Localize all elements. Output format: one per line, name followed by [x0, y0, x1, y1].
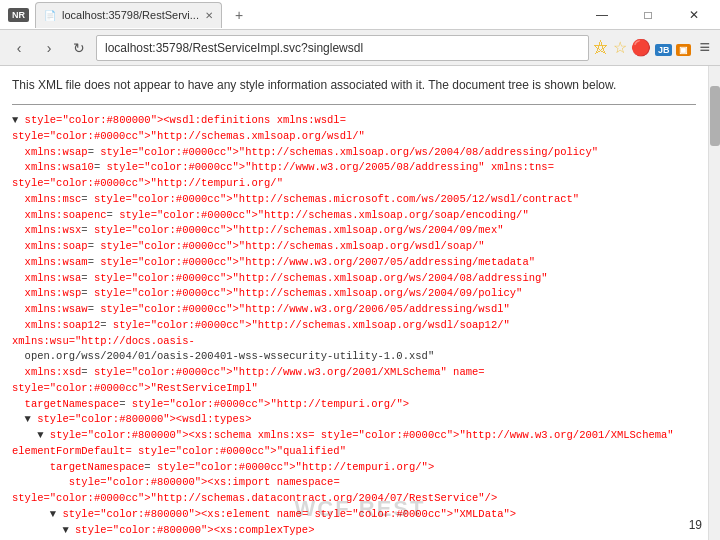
xml-line: xmlns:soap= style="color:#0000cc">"http:…	[12, 239, 696, 255]
toolbar-icons: ⛤ ☆ 🔴 JB ▣ ≡	[593, 35, 714, 60]
page-number: 19	[689, 518, 702, 532]
scrollbar[interactable]	[708, 66, 720, 540]
xml-line: targetNamespace= style="color:#0000cc">"…	[12, 397, 696, 413]
xml-line: xmlns:wsam= style="color:#0000cc">"http:…	[12, 255, 696, 271]
xml-content: ▼ style="color:#800000"><wsdl:definition…	[12, 113, 696, 540]
browser-tab[interactable]: 📄 localhost:35798/RestServi... ✕	[35, 2, 222, 28]
cookie-icon[interactable]: 🔴	[631, 38, 651, 57]
info-text: This XML file does not appear to have an…	[12, 76, 696, 94]
xml-line: ▼ style="color:#800000"><wsdl:types>	[12, 412, 696, 428]
jb-label: JB	[655, 44, 673, 56]
xml-line: ▼ style="color:#800000"><xs:element name…	[12, 507, 696, 523]
minimize-button[interactable]: —	[580, 0, 624, 30]
jb-icon[interactable]: JB	[655, 39, 673, 57]
xml-line: xmlns:soap12= style="color:#0000cc">"htt…	[12, 318, 696, 350]
xml-line: xmlns:wsa= style="color:#0000cc">"http:/…	[12, 271, 696, 287]
menu-button[interactable]: ≡	[695, 35, 714, 60]
xml-line: xmlns:xsd= style="color:#0000cc">"http:/…	[12, 365, 696, 397]
xml-line: ▼ style="color:#800000"><xs:schema xmlns…	[12, 428, 696, 460]
address-input[interactable]	[96, 35, 589, 61]
xml-line: xmlns:wsx= style="color:#0000cc">"http:/…	[12, 223, 696, 239]
xml-line: xmlns:msc= style="color:#0000cc">"http:/…	[12, 192, 696, 208]
divider	[12, 104, 696, 105]
xml-line: targetNamespace= style="color:#0000cc">"…	[12, 460, 696, 476]
tab-title: localhost:35798/RestServi...	[62, 9, 199, 21]
back-button[interactable]: ‹	[6, 35, 32, 61]
xml-line: xmlns:soapenc= style="color:#0000cc">"ht…	[12, 208, 696, 224]
forward-button[interactable]: ›	[36, 35, 62, 61]
xml-line: xmlns:wsp= style="color:#0000cc">"http:/…	[12, 286, 696, 302]
refresh-button[interactable]: ↻	[66, 35, 92, 61]
content-area: This XML file does not appear to have an…	[0, 66, 720, 540]
window-controls: — □ ✕	[580, 0, 720, 30]
browser-window: NR 📄 localhost:35798/RestServi... ✕ + — …	[0, 0, 720, 540]
xml-line: xmlns:wsap= style="color:#0000cc">"http:…	[12, 145, 696, 161]
maximize-button[interactable]: □	[626, 0, 670, 30]
new-tab-button[interactable]: +	[228, 4, 250, 26]
xml-line: xmlns:wsaw= style="color:#0000cc">"http:…	[12, 302, 696, 318]
xml-line: ▼ style="color:#800000"><xs:complexType>	[12, 523, 696, 539]
ext-label: ▣	[676, 44, 691, 56]
tab-page-icon: 📄	[44, 10, 56, 21]
address-bar: ‹ › ↻ ⛤ ☆ 🔴 JB ▣ ≡	[0, 30, 720, 66]
title-bar-left: NR 📄 localhost:35798/RestServi... ✕ +	[8, 2, 580, 28]
ext-icon[interactable]: ▣	[676, 39, 691, 57]
xml-line: style="color:#800000"><xs:import namespa…	[12, 475, 696, 507]
close-button[interactable]: ✕	[672, 0, 716, 30]
nr-badge: NR	[8, 8, 29, 22]
main-content[interactable]: This XML file does not appear to have an…	[0, 66, 708, 540]
xml-line: open.org/wss/2004/01/oasis-200401-wss-ws…	[12, 349, 696, 365]
xml-line: xmlns:wsa10= style="color:#0000cc">"http…	[12, 160, 696, 192]
tab-close-icon[interactable]: ✕	[205, 10, 213, 21]
xml-line: ▼ style="color:#800000"><wsdl:definition…	[12, 113, 696, 145]
favorites-icon[interactable]: ☆	[613, 38, 627, 57]
scrollbar-thumb[interactable]	[710, 86, 720, 146]
bookmarks-icon[interactable]: ⛤	[593, 39, 609, 57]
title-bar: NR 📄 localhost:35798/RestServi... ✕ + — …	[0, 0, 720, 30]
